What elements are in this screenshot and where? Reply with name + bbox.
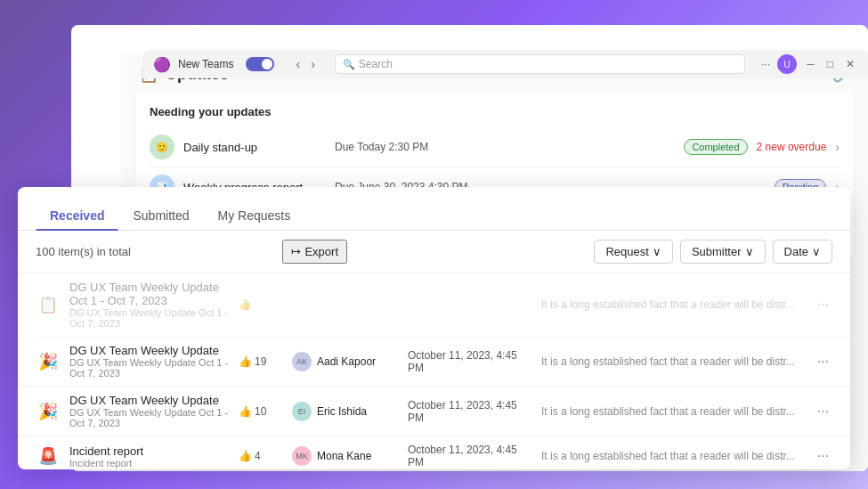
row0-emoji-icon: 📋 (36, 292, 61, 317)
row0-reaction: 👍 (239, 298, 283, 311)
tabs-row: Received Submitted My Requests (18, 187, 850, 231)
list-row-2[interactable]: 🎉 DG UX Team Weekly Update DG UX Team We… (18, 387, 850, 436)
row3-avatar: MK (292, 446, 312, 466)
app-title: New Teams (178, 58, 233, 70)
teams-logo-icon: 🟣 (153, 56, 171, 73)
export-icon: ↦ (291, 245, 301, 258)
row2-item-info: DG UX Team Weekly Update DG UX Team Week… (69, 394, 230, 428)
new-teams-toggle[interactable] (246, 57, 274, 71)
row3-submitter: MK Mona Kane (292, 446, 399, 466)
search-placeholder: Search (359, 58, 393, 70)
row1-more-icon[interactable]: ··· (814, 354, 832, 370)
row2-desc: It is a long established fact that a rea… (541, 405, 805, 418)
filter-buttons: Request ∨ Submitter ∨ Date ∨ (594, 240, 832, 264)
row2-title: DG UX Team Weekly Update (69, 394, 230, 407)
row3-item-info: Incident report Incident report (69, 444, 230, 469)
row2-reaction-count: 10 (255, 405, 266, 418)
title-bar: 🟣 New Teams ‹ › 🔍 Search ··· U ─ □ ✕ (142, 50, 868, 78)
search-bar[interactable]: 🔍 Search (335, 54, 745, 74)
row2-avatar: EI (292, 402, 312, 421)
filter-date-button[interactable]: Date ∨ (773, 240, 832, 264)
toolbar-row: 100 item(s) in total ↦ Export Request ∨ … (18, 231, 850, 273)
row0-subtitle: DG UX Team Weekly Update Oct 1 - Oct 7, … (69, 307, 230, 329)
row2-subtitle: DG UX Team Weekly Update Oct 1 - Oct 7, … (69, 407, 230, 428)
row1-reaction: 👍 19 (239, 355, 283, 368)
row3-subtitle: Incident report (69, 458, 230, 469)
tab-submitted[interactable]: Submitted (118, 201, 203, 230)
row1-submitter-name: Aadi Kapoor (317, 355, 376, 368)
row1-desc: It is a long established fact that a rea… (541, 355, 805, 368)
maximize-button[interactable]: □ (824, 58, 836, 70)
row0-desc: It is a long established fact that a rea… (541, 298, 805, 311)
row2-submitter: EI Eric Ishida (292, 402, 399, 421)
overdue-text-1: 2 new overdue (757, 141, 827, 153)
row2-submitter-name: Eric Ishida (317, 405, 367, 418)
list-row-1[interactable]: 🎉 DG UX Team Weekly Update DG UX Team We… (18, 337, 850, 387)
chevron-icon-1: › (835, 140, 840, 154)
filter-request-label: Request (605, 245, 648, 258)
row3-date: October 11, 2023, 4:45 PM (408, 444, 532, 469)
row3-desc: It is a long established fact that a rea… (541, 450, 805, 462)
row3-emoji-icon: 🚨 (36, 444, 61, 469)
list-row-3[interactable]: 🚨 Incident report Incident report 👍 4 MK… (18, 436, 850, 469)
chevron-down-submitter-icon: ∨ (745, 245, 754, 258)
row2-reaction: 👍 10 (239, 405, 283, 418)
needing-updates-title: Needing your updates (150, 105, 840, 118)
update-name-1: Daily stand-up (183, 141, 326, 154)
forward-arrow[interactable]: › (307, 55, 319, 73)
row1-date: October 11, 2023, 4:45 PM (408, 349, 532, 374)
filter-request-button[interactable]: Request ∨ (594, 240, 672, 264)
list-area: 📋 DG UX Team Weekly Update Oct 1 - Oct 7… (18, 273, 850, 469)
filter-submitter-label: Submitter (692, 245, 742, 258)
user-avatar[interactable]: U (777, 54, 797, 74)
chevron-down-request-icon: ∨ (653, 245, 661, 258)
tab-my-requests[interactable]: My Requests (204, 201, 305, 230)
floating-card: Received Submitted My Requests 100 item(… (18, 187, 850, 469)
back-arrow[interactable]: ‹ (292, 55, 304, 73)
row3-title: Incident report (69, 444, 230, 458)
avatar-standup: 🙂 (150, 134, 174, 159)
export-button[interactable]: ↦ Export (282, 240, 347, 264)
row0-reaction-emoji: 👍 (239, 298, 252, 311)
update-row-1[interactable]: 🙂 Daily stand-up Due Today 2:30 PM Compl… (150, 127, 840, 167)
row1-emoji-icon: 🎉 (36, 349, 61, 374)
tab-received[interactable]: Received (36, 201, 118, 230)
badge-completed-1: Completed (684, 139, 747, 155)
row2-more-icon[interactable]: ··· (814, 403, 832, 420)
update-due-1: Due Today 2:30 PM (335, 141, 675, 153)
row1-avatar: AK (292, 352, 312, 371)
row1-subtitle: DG UX Team Weekly Update Oct 1 - Oct 7, … (69, 357, 230, 379)
row3-more-icon[interactable]: ··· (814, 448, 832, 464)
row3-reaction: 👍 4 (239, 450, 283, 462)
row3-submitter-name: Mona Kane (317, 450, 371, 462)
filter-submitter-button[interactable]: Submitter ∨ (680, 240, 766, 264)
minimize-button[interactable]: ─ (804, 58, 817, 70)
row3-reaction-count: 4 (255, 450, 261, 462)
item-count: 100 item(s) in total (36, 245, 282, 258)
row2-date: October 11, 2023, 4:45 PM (408, 399, 532, 424)
row2-emoji-icon: 🎉 (36, 399, 61, 424)
list-row-0[interactable]: 📋 DG UX Team Weekly Update Oct 1 - Oct 7… (18, 273, 850, 337)
export-label: Export (304, 245, 338, 258)
row2-reaction-emoji: 👍 (239, 405, 252, 418)
row1-reaction-count: 19 (255, 355, 266, 368)
more-options-icon[interactable]: ··· (761, 58, 770, 70)
filter-date-label: Date (784, 245, 808, 258)
row3-reaction-emoji: 👍 (239, 450, 252, 462)
close-button[interactable]: ✕ (843, 58, 857, 70)
chevron-down-date-icon: ∨ (812, 245, 821, 258)
row1-item-info: DG UX Team Weekly Update DG UX Team Week… (69, 344, 230, 379)
nav-arrows: ‹ › (292, 55, 318, 73)
row1-title: DG UX Team Weekly Update (69, 344, 230, 357)
row1-submitter: AK Aadi Kapoor (292, 352, 399, 371)
row0-more-icon[interactable]: ··· (814, 297, 832, 313)
row1-reaction-emoji: 👍 (239, 355, 252, 368)
row0-title: DG UX Team Weekly Update Oct 1 - Oct 7, … (69, 281, 230, 307)
search-icon: 🔍 (343, 59, 355, 70)
row0-item-info: DG UX Team Weekly Update Oct 1 - Oct 7, … (69, 281, 230, 329)
